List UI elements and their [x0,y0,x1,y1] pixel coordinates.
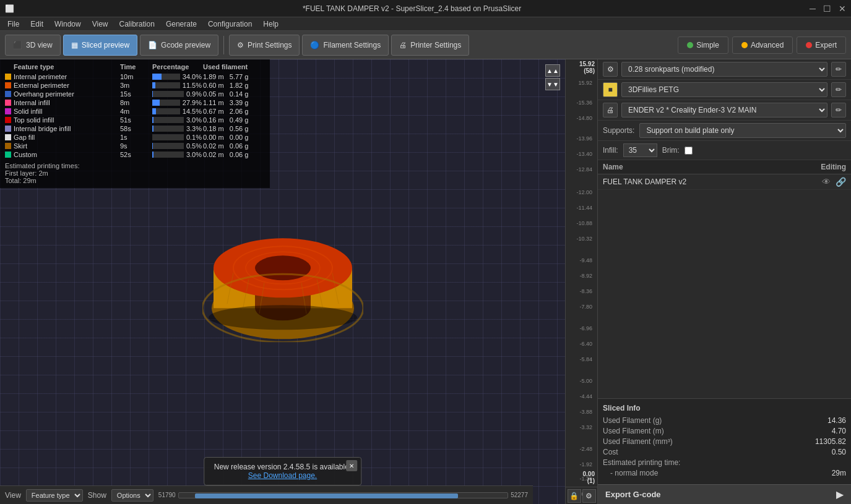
ruler-tick: -6.96 [579,326,595,331]
menu-edit[interactable]: Edit [25,19,48,30]
legend-bar-bg [152,117,184,123]
used-filament-m-value: 4.70 [832,427,846,435]
ruler-tick: -2.48 [579,446,595,452]
printer-settings-button[interactable]: 🖨 Printer Settings [391,35,469,56]
feature-legend: Feature type Time Percentage Used filame… [0,59,270,188]
filament-dropdown[interactable]: 3DFillies PETG [621,82,827,97]
legend-header: Feature type Time Percentage Used filame… [5,63,265,70]
legend-row: Skirt 9s 0.5% 0.02 m 0.06 g [5,142,265,150]
mode-advanced-btn[interactable]: Advanced [732,36,793,54]
title-icon: ⬜ [5,4,14,13]
legend-feature-label: Internal perimeter [14,73,119,80]
ruler-bottom-sub: (1) [587,477,595,484]
supports-row: Supports: Support on build plate only [598,121,851,141]
profile-edit-btn[interactable]: ✏ [831,62,846,77]
brim-checkbox[interactable] [685,147,693,155]
menu-help[interactable]: Help [258,19,283,30]
hscroll-track[interactable] [178,492,509,498]
ruler-tick: -12.00 [576,190,595,195]
viewport[interactable]: Feature type Time Percentage Used filame… [0,59,565,504]
titlebar: ⬜ *FUEL TANK DAMPER v2 - SuperSlicer_2.4… [0,0,851,17]
printer-dropdown[interactable]: ENDER v2 * Creality Ender-3 V2 MAIN [621,103,827,117]
filament-icon: 🔵 [310,41,319,49]
simple-dot [687,42,693,48]
mode-expert-btn[interactable]: Expert [797,36,846,54]
menu-generate[interactable]: Generate [161,19,202,30]
infill-brim-row: Infill: 35 Brim: [598,141,851,160]
export-arrow-icon: ▶ [836,489,844,500]
legend-color-swatch [5,74,11,80]
menu-window[interactable]: Window [50,19,86,30]
sliced-preview-button[interactable]: ▦ Sliced preview [63,35,137,56]
legend-bar-bg [152,143,184,149]
filament-icon-btn[interactable]: ■ [603,82,618,97]
legend-bar-fill [152,82,155,88]
mode-simple-btn[interactable]: Simple [678,36,728,54]
ruler-tick: -13.40 [576,152,595,157]
close-btn[interactable]: ✕ [839,4,846,14]
legend-filament: 1.89 m 5.77 g [203,73,265,80]
legend-time: 58s [120,125,151,132]
main-content: Feature type Time Percentage Used filame… [0,59,851,504]
profile-dropdown[interactable]: 0.28 sronkparts (modified) [621,62,827,77]
nav-arrows: ▲▲ ▼▼ [545,64,560,90]
mode-selector: Simple Advanced Expert [678,36,846,54]
view-select[interactable]: Feature type [26,489,83,502]
legend-bar-fill [152,100,160,106]
export-gcode-btn[interactable]: Export G-code ▶ [598,484,851,504]
legend-color-swatch [5,117,11,123]
nav-down-btn[interactable]: ▼▼ [545,78,560,90]
legend-color-swatch [5,82,11,88]
legend-feature-label: Skirt [14,142,119,150]
legend-feature-label: Custom [14,151,119,158]
profile-settings-icon-btn[interactable]: ⚙ [603,62,618,77]
filament-settings-button[interactable]: 🔵 Filament Settings [302,35,389,56]
menu-configuration[interactable]: Configuration [203,19,257,30]
maximize-btn[interactable]: ☐ [823,4,831,14]
visibility-icon[interactable]: 👁 [822,177,831,187]
minimize-btn[interactable]: ─ [810,4,816,14]
printer-icon-btn[interactable]: 🖨 [603,103,618,117]
printer-edit-btn[interactable]: ✏ [831,103,846,117]
3d-view-button[interactable]: ⬛ 3D view [5,35,61,56]
legend-color-swatch [5,108,11,114]
filament-edit-btn[interactable]: ✏ [831,82,846,97]
legend-filament: 0.67 m 2.06 g [203,108,265,115]
ruler-lock-btn[interactable]: 🔒 [568,489,581,503]
show-select[interactable]: Options [111,489,153,502]
ruler-tick: -3.88 [579,409,595,415]
expert-dot [806,42,812,48]
download-link[interactable]: See Download page. [248,471,317,480]
ruler-tick: 15.92 [578,80,595,86]
supports-dropdown[interactable]: Support on build plate only [639,123,846,138]
menu-calibration[interactable]: Calibration [114,19,160,30]
object-name: FUEL TANK DAMPER v2 [603,177,817,186]
edit-icon[interactable]: 🔗 [836,177,846,187]
legend-feature-label: Overhang perimeter [14,90,119,98]
3d-object [202,206,363,344]
print-settings-button[interactable]: ⚙ Print Settings [229,35,300,56]
legend-row: Internal perimeter 10m 34.0% 1.89 m 5.77… [5,73,265,80]
menu-view[interactable]: View [87,19,113,30]
nav-up-btn[interactable]: ▲▲ [545,64,560,77]
ruler-tick: -13.96 [576,136,595,142]
horizontal-scroll: 51790 52277 [158,492,528,498]
ruler-tick: -5.84 [579,357,595,362]
ruler-bottom-val: 0.00 [583,471,595,477]
gcode-preview-button[interactable]: 📄 Gcode preview [140,35,218,56]
menubar: File Edit Window View Calibration Genera… [0,17,851,31]
infill-input[interactable]: 35 [623,143,657,157]
right-panel: ⚙ 0.28 sronkparts (modified) ✏ ■ 3DFilli… [597,59,851,504]
legend-time: 3m [120,82,151,89]
notification-close-btn[interactable]: ✕ [346,460,357,471]
legend-bar-bg [152,108,180,114]
legend-filament: 0.60 m 1.82 g [203,82,265,89]
legend-filament: 0.18 m 0.56 g [203,125,265,132]
used-filament-m-label: Used Filament (m) [603,427,664,435]
ruler-settings-btn[interactable]: ⚙ [582,489,596,503]
legend-pct: 0.1% [152,134,202,141]
ruler-tick: -12.84 [576,167,595,173]
legend-color-swatch [5,152,11,158]
menu-file[interactable]: File [2,19,24,30]
ruler-tick: -10.88 [576,221,595,226]
